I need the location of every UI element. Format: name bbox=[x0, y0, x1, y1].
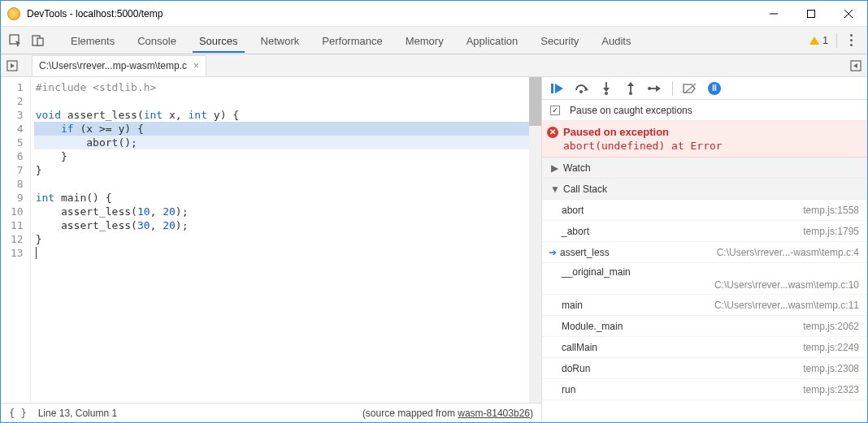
close-tab-icon[interactable]: × bbox=[193, 60, 199, 71]
step-icon[interactable] bbox=[648, 81, 662, 96]
callstack-section[interactable]: ▼Call Stack bbox=[542, 179, 867, 200]
editor-scrollbar[interactable] bbox=[529, 77, 541, 403]
code-line[interactable] bbox=[34, 177, 541, 191]
code-line[interactable]: } bbox=[34, 149, 541, 163]
stack-frame[interactable]: aborttemp.js:1558 bbox=[542, 200, 867, 221]
stack-frame[interactable]: runtemp.js:2323 bbox=[542, 379, 867, 400]
sources-subbar: C:\Users\rrever...mp-wasm\temp.c × bbox=[1, 54, 867, 77]
line-gutter: 12345678910111213 bbox=[1, 77, 31, 403]
svg-rect-11 bbox=[551, 84, 553, 93]
file-tab-name: C:\Users\rrever...mp-wasm\temp.c bbox=[39, 60, 187, 71]
svg-rect-1 bbox=[808, 10, 815, 17]
code-line[interactable] bbox=[34, 94, 541, 108]
source-map-info: (source mapped from wasm-81403b26) bbox=[362, 408, 533, 419]
code-line[interactable]: } bbox=[34, 163, 541, 177]
svg-rect-6 bbox=[37, 38, 43, 45]
code-line[interactable]: assert_less(30, 20); bbox=[34, 218, 541, 232]
code-line[interactable]: abort(); bbox=[34, 136, 541, 149]
svg-line-24 bbox=[684, 84, 696, 93]
stack-frame[interactable]: __original_mainC:\Users\rrever...wasm\te… bbox=[542, 263, 867, 295]
code-line[interactable]: #include <stdlib.h> bbox=[34, 80, 541, 94]
watch-section[interactable]: ▶Watch bbox=[542, 158, 867, 179]
inspect-element-icon[interactable] bbox=[6, 31, 25, 50]
svg-point-20 bbox=[629, 92, 632, 95]
warning-icon bbox=[809, 37, 819, 45]
svg-marker-10 bbox=[853, 63, 857, 68]
cursor-position: Line 13, Column 1 bbox=[38, 408, 117, 419]
show-navigator-icon[interactable] bbox=[1, 56, 24, 76]
editor-statusbar: { } Line 13, Column 1 (source mapped fro… bbox=[1, 403, 541, 422]
step-into-icon[interactable] bbox=[599, 81, 614, 96]
minimize-button[interactable] bbox=[755, 2, 792, 26]
warnings-chip[interactable]: 1 bbox=[809, 35, 828, 46]
source-text[interactable]: #include <stdlib.h>void assert_less(int … bbox=[31, 77, 541, 403]
tab-console[interactable]: Console bbox=[126, 28, 188, 52]
code-line[interactable]: assert_less(10, 20); bbox=[34, 205, 541, 218]
resume-icon[interactable] bbox=[550, 81, 565, 96]
debugger-toolbar: II bbox=[542, 77, 867, 100]
svg-point-17 bbox=[605, 92, 608, 95]
code-area[interactable]: 12345678910111213 #include <stdlib.h>voi… bbox=[1, 77, 541, 403]
tab-performance[interactable]: Performance bbox=[310, 28, 393, 52]
tab-memory[interactable]: Memory bbox=[394, 28, 455, 52]
tab-elements[interactable]: Elements bbox=[59, 28, 126, 52]
stack-frame[interactable]: Module._maintemp.js:2062 bbox=[542, 316, 867, 337]
svg-marker-19 bbox=[627, 82, 634, 86]
debugger-panes[interactable]: ✓ Pause on caught exceptions ✕Paused on … bbox=[542, 100, 867, 422]
tab-network[interactable]: Network bbox=[250, 28, 311, 52]
file-tab[interactable]: C:\Users\rrever...mp-wasm\temp.c × bbox=[32, 55, 206, 76]
editor-pane: 12345678910111213 #include <stdlib.h>voi… bbox=[1, 77, 542, 422]
code-line[interactable]: void assert_less(int x, int y) { bbox=[34, 108, 541, 122]
stack-frame[interactable]: doRuntemp.js:2308 bbox=[542, 358, 867, 379]
paused-exception-banner: ✕Paused on exception abort(undefined) at… bbox=[542, 121, 867, 158]
panel-tabs: ElementsConsoleSourcesNetworkPerformance… bbox=[59, 28, 809, 52]
step-over-icon[interactable] bbox=[575, 81, 589, 96]
code-line[interactable]: } bbox=[34, 232, 541, 246]
close-button[interactable] bbox=[830, 2, 867, 26]
current-frame-arrow-icon: ➔ bbox=[549, 247, 557, 258]
pause-caught-label: Pause on caught exceptions bbox=[570, 105, 692, 116]
svg-marker-8 bbox=[11, 63, 15, 68]
braces-icon[interactable]: { } bbox=[9, 408, 27, 419]
deactivate-breakpoints-icon[interactable] bbox=[683, 81, 697, 96]
code-line[interactable]: if (x >= y) { bbox=[34, 122, 541, 136]
stack-frame[interactable]: _aborttemp.js:1795 bbox=[542, 221, 867, 242]
maximize-button[interactable] bbox=[792, 2, 830, 26]
svg-marker-12 bbox=[555, 84, 563, 93]
pause-caught-row[interactable]: ✓ Pause on caught exceptions bbox=[542, 100, 867, 121]
tab-sources[interactable]: Sources bbox=[188, 28, 250, 52]
main-split: 12345678910111213 #include <stdlib.h>voi… bbox=[1, 77, 867, 422]
more-menu-icon[interactable] bbox=[845, 34, 857, 46]
svg-marker-22 bbox=[656, 85, 661, 92]
call-stack-list: aborttemp.js:1558_aborttemp.js:1795➔asse… bbox=[542, 200, 867, 400]
code-line[interactable] bbox=[34, 246, 541, 260]
stack-frame[interactable]: ➔assert_lessC:\Users\rrever...-wasm\temp… bbox=[542, 242, 867, 263]
stack-frame[interactable]: mainC:\Users\rrever...wasm\temp.c:11 bbox=[542, 295, 867, 316]
code-line[interactable]: int main() { bbox=[34, 191, 541, 205]
stack-frame[interactable]: callMaintemp.js:2249 bbox=[542, 337, 867, 358]
pause-caught-checkbox[interactable]: ✓ bbox=[550, 106, 560, 115]
step-out-icon[interactable] bbox=[623, 81, 638, 96]
show-debugger-icon[interactable] bbox=[844, 56, 867, 76]
titlebar: DevTools - localhost:5000/temp bbox=[1, 1, 867, 27]
devtools-window: DevTools - localhost:5000/temp ElementsC… bbox=[0, 0, 868, 423]
source-map-link[interactable]: wasm-81403b26 bbox=[458, 408, 530, 419]
devtools-app-icon bbox=[7, 7, 20, 20]
tab-audits[interactable]: Audits bbox=[590, 28, 642, 52]
tab-security[interactable]: Security bbox=[529, 28, 590, 52]
window-title: DevTools - localhost:5000/temp bbox=[27, 8, 163, 19]
main-toolbar: ElementsConsoleSourcesNetworkPerformance… bbox=[1, 27, 867, 54]
debugger-pane: II ✓ Pause on caught exceptions ✕Paused … bbox=[542, 77, 867, 422]
svg-point-14 bbox=[579, 90, 583, 93]
device-toolbar-icon[interactable] bbox=[28, 31, 48, 50]
pause-on-exceptions-icon[interactable]: II bbox=[707, 81, 722, 96]
tab-application[interactable]: Application bbox=[455, 28, 530, 52]
svg-marker-16 bbox=[603, 88, 610, 92]
error-icon: ✕ bbox=[547, 127, 558, 138]
svg-point-23 bbox=[648, 87, 651, 90]
